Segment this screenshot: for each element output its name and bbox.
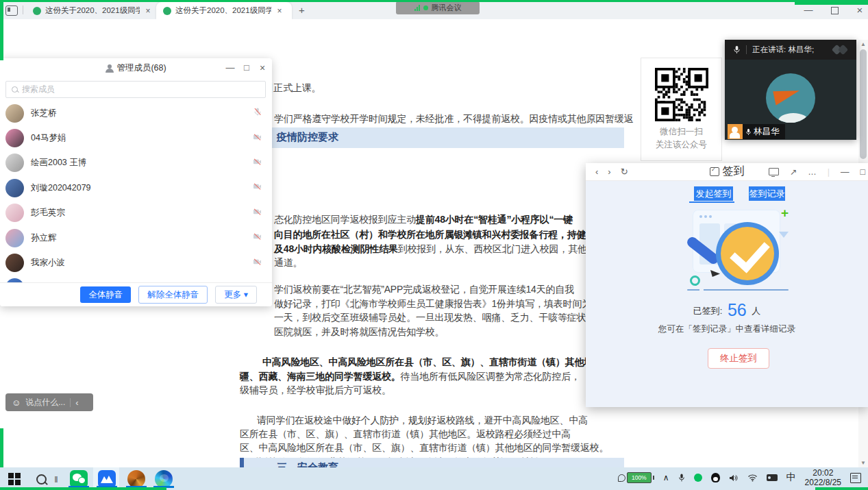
signed-unit: 人 — [752, 306, 760, 316]
unmute-all-button[interactable]: 解除全体静音 — [138, 286, 208, 304]
tray-wechat-icon[interactable] — [694, 474, 702, 482]
browser-tab-active[interactable]: 这份关于2020、2021级同学开学 × — [156, 2, 292, 19]
refresh-icon[interactable]: ↻ — [621, 167, 628, 177]
scrollbar-thumb[interactable] — [860, 49, 867, 159]
baseline-decor — [687, 289, 789, 291]
signin-maximize-button[interactable]: □ — [860, 167, 865, 177]
new-tab-button[interactable]: + — [299, 4, 305, 16]
camera-off-icon[interactable] — [252, 232, 262, 244]
member-row[interactable]: 04马梦娟 — [0, 125, 272, 150]
tencent-meeting-logo — [832, 45, 850, 56]
meeting-video-header: 正在讲话: 林昌华; — [725, 40, 856, 60]
divider — [746, 45, 747, 54]
speaker-name: 林昌华 — [754, 126, 780, 138]
article-section-safety: 三、安全教育 — [240, 458, 624, 467]
member-row[interactable]: 张芝桥 — [0, 101, 272, 125]
member-row[interactable]: 彭毛英宗 — [0, 201, 272, 225]
tab-close-icon[interactable]: × — [142, 6, 153, 16]
member-name: 我家小波 — [31, 257, 65, 269]
tray-mic-icon[interactable] — [678, 473, 685, 482]
host-role-icon — [728, 124, 743, 139]
tray-device-icon[interactable] — [767, 474, 778, 481]
status-dot-icon — [423, 5, 428, 10]
camera-off-icon[interactable] — [252, 157, 262, 169]
tray-speaker-icon[interactable] — [729, 474, 739, 482]
taskbar-tencent-meeting[interactable] — [97, 471, 117, 487]
hidden-icons-caret[interactable]: ∧ — [663, 473, 669, 482]
member-search-input[interactable]: 搜索成员 — [5, 81, 266, 98]
taskbar-search-button[interactable] — [33, 471, 49, 487]
tab-signin-records[interactable]: 签到记录 — [749, 186, 785, 201]
mic-icon — [745, 128, 752, 136]
ime-indicator[interactable]: 中 — [786, 471, 796, 484]
signin-minimize-button[interactable]: — — [841, 167, 850, 177]
member-minimize-button[interactable]: — — [223, 62, 238, 73]
stop-signin-button[interactable]: 终止签到 — [708, 348, 769, 369]
tray-clock[interactable]: 20:02 2022/8/25 — [805, 468, 841, 487]
window-restore-button[interactable] — [824, 5, 845, 16]
plus-decor: + — [781, 206, 789, 221]
check-badge — [716, 222, 779, 285]
tray-wifi-icon[interactable] — [747, 474, 758, 482]
window-close-button[interactable]: × — [850, 5, 868, 16]
nav-forward-icon[interactable]: › — [608, 167, 610, 177]
window-minimize-button[interactable]: — — [798, 5, 819, 16]
wechat-mp-favicon — [33, 7, 41, 15]
mute-all-button[interactable]: 全体静音 — [80, 286, 131, 303]
member-row[interactable] — [0, 275, 272, 282]
active-tab-underline — [689, 201, 734, 203]
cloud-image — [778, 113, 808, 123]
meeting-video-float[interactable]: 正在讲话: 林昌华; 林昌华 — [725, 40, 856, 140]
meeting-chat-bar[interactable]: ☺ 说点什么... ‹ — [5, 393, 93, 411]
member-name: 刘璇202042079 — [31, 182, 91, 194]
dropdown-icon: ▾ — [244, 290, 248, 299]
camera-off-icon[interactable] — [252, 257, 262, 269]
camera-off-icon[interactable] — [252, 132, 262, 145]
member-name: 04马梦娟 — [31, 132, 66, 144]
battery-indicator[interactable]: 100% — [618, 472, 654, 483]
member-row[interactable]: 刘璇202042079 — [0, 175, 272, 200]
browser-tab-inactive[interactable]: 这份关于2020、2021级同学开学 × — [26, 2, 153, 19]
member-close-button[interactable]: × — [255, 62, 270, 73]
member-avatar — [5, 154, 24, 172]
taskbar-edge[interactable] — [153, 471, 174, 487]
more-button[interactable]: 更多 ▾ — [215, 286, 257, 304]
member-row[interactable]: 我家小波 — [0, 250, 272, 275]
article-line: 中高风险地区、中高风险地区所在县（市、区、旗）、直辖市街道（镇）其他地 — [262, 356, 593, 369]
camera-off-icon[interactable] — [252, 207, 262, 219]
person-icon — [106, 64, 113, 72]
member-maximize-button[interactable]: □ — [239, 62, 254, 73]
tab-actions-icon[interactable] — [5, 5, 18, 16]
member-manage-window: 管理成员(68) — □ × 搜索成员 张芝桥04马梦娟绘画2003 王博刘璇2… — [0, 58, 272, 306]
tab-close-icon[interactable]: × — [274, 6, 285, 16]
article-line: 医院就医，并及时将就医情况告知学校。 — [274, 326, 444, 339]
member-name: 张芝桥 — [31, 108, 57, 119]
more-menu-icon[interactable]: … — [808, 167, 817, 177]
action-center-icon[interactable] — [850, 473, 861, 483]
qr-follow-card: 微信扫一扫 关注该公众号 — [641, 58, 722, 161]
member-row[interactable]: 绘画2003 王博 — [0, 151, 272, 175]
taskbar-wechat[interactable] — [69, 471, 89, 487]
member-row[interactable]: 孙立辉 — [0, 225, 272, 250]
triangle-decor — [779, 232, 789, 238]
wechat-mp-favicon — [163, 7, 171, 15]
taskbar-app-circle[interactable] — [126, 471, 147, 487]
camera-off-icon[interactable] — [252, 182, 262, 194]
divider: | — [828, 167, 830, 177]
share-icon[interactable]: ↗ — [790, 167, 797, 177]
emoji-smiley-icon[interactable]: ☺ — [12, 397, 21, 408]
scroll-up-icon[interactable]: ▲ — [858, 41, 868, 47]
scroll-down-icon[interactable]: ▼ — [858, 460, 868, 466]
tab-start-signin[interactable]: 发起签到 — [694, 186, 733, 201]
collapse-chat-icon[interactable]: ‹ — [75, 397, 78, 408]
teal-ring — [690, 275, 700, 286]
cast-screen-icon[interactable] — [769, 168, 779, 175]
mic-muted-icon[interactable] — [253, 107, 262, 119]
article-line: 疆、西藏、海南三地的同学暂缓返校。待当地所有低风险区调整为常态化防控后， — [240, 371, 580, 383]
tray-qq-icon[interactable] — [711, 473, 720, 482]
tencent-meeting-pill[interactable]: 腾讯会议 — [396, 1, 480, 14]
article-line: 态化防控地区同学返校报到应主动提前48小时在“智桂通”小程序以“一键 — [274, 214, 573, 226]
chat-input-placeholder[interactable]: 说点什么... — [25, 397, 65, 408]
start-button[interactable] — [7, 471, 22, 487]
nav-back-icon[interactable]: ‹ — [595, 167, 598, 177]
